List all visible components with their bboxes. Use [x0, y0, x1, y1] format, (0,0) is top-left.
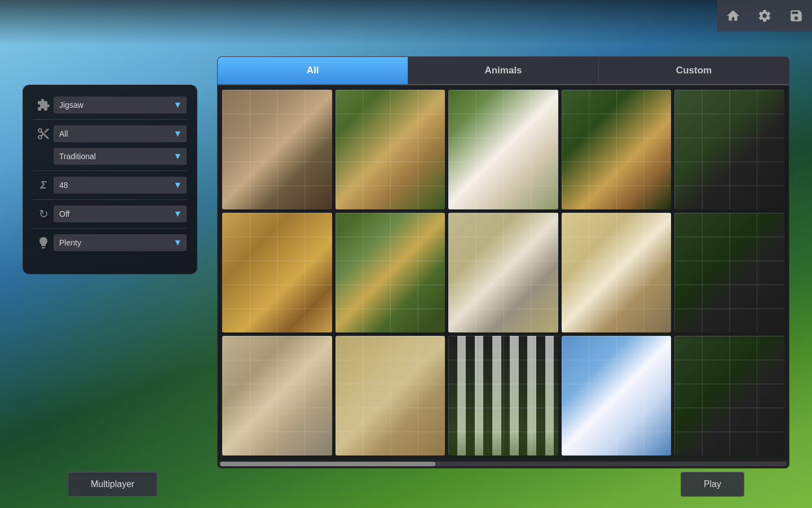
puzzle-overlay — [674, 90, 784, 209]
puzzle-item-seal[interactable] — [222, 336, 332, 456]
main-panel: All Animals Custom — [217, 56, 789, 468]
puzzle-item[interactable] — [336, 213, 445, 332]
puzzle-item[interactable] — [448, 90, 558, 209]
scroll-thumb[interactable] — [220, 462, 435, 466]
zebra-overlay — [448, 336, 558, 456]
rotation-select-wrap[interactable]: Off ▼ — [54, 205, 187, 222]
tab-custom[interactable]: Custom — [599, 57, 789, 84]
puzzle-overlay — [674, 213, 784, 332]
cut-style-select-wrap[interactable]: Traditional ▼ — [54, 148, 187, 165]
puzzle-icon — [33, 98, 54, 112]
rotation-select[interactable]: Off — [54, 205, 187, 222]
tab-all[interactable]: All — [218, 57, 408, 84]
piece-count-select-wrap[interactable]: 48 ▼ — [54, 177, 187, 194]
puzzle-item-partial2[interactable] — [674, 213, 784, 332]
play-button[interactable]: Play — [681, 472, 744, 497]
divider-3 — [33, 199, 187, 200]
puzzle-overlay — [448, 213, 558, 332]
cut-type-select[interactable]: All — [54, 125, 187, 142]
puzzle-item[interactable] — [336, 90, 445, 209]
hints-select-wrap[interactable]: Plenty ▼ — [54, 234, 187, 251]
puzzle-overlay — [336, 90, 445, 209]
multiplayer-button[interactable]: Multiplayer — [68, 472, 157, 497]
puzzle-item[interactable] — [222, 90, 332, 209]
puzzle-type-select[interactable]: Jigsaw — [54, 97, 187, 113]
hints-select[interactable]: Plenty — [54, 234, 187, 251]
settings-button[interactable] — [749, 0, 780, 32]
scroll-track[interactable] — [220, 462, 787, 466]
top-vignette — [0, 0, 812, 45]
puzzle-item[interactable] — [562, 213, 672, 332]
divider-4 — [33, 228, 187, 229]
puzzle-item[interactable] — [222, 213, 332, 332]
puzzle-overlay — [562, 336, 672, 456]
puzzle-item[interactable] — [448, 213, 558, 332]
puzzle-overlay — [222, 90, 332, 209]
tab-animals[interactable]: Animals — [408, 57, 599, 84]
piece-count-row: Σ 48 ▼ — [33, 177, 187, 194]
rotation-icon: ↻ — [33, 207, 54, 221]
hints-row: Plenty ▼ — [33, 234, 187, 251]
puzzle-type-select-wrap[interactable]: Jigsaw ▼ — [54, 97, 187, 113]
puzzle-overlay — [222, 213, 332, 332]
tab-bar: All Animals Custom — [218, 57, 789, 85]
bottom-bar: Multiplayer Play — [0, 472, 812, 497]
puzzle-overlay — [222, 336, 332, 456]
divider-2 — [33, 170, 187, 171]
puzzle-item-giraffe[interactable] — [562, 336, 672, 456]
sigma-icon: Σ — [33, 179, 54, 191]
puzzle-overlay — [336, 213, 445, 332]
scrollbar[interactable] — [218, 460, 789, 468]
cut-style-select[interactable]: Traditional — [54, 148, 187, 165]
puzzle-item-partial3[interactable] — [674, 336, 784, 456]
hint-icon — [33, 236, 54, 249]
scissors-icon — [33, 127, 54, 141]
puzzle-item-partial[interactable] — [674, 90, 784, 209]
cut-type-select-wrap[interactable]: All ▼ — [54, 125, 187, 142]
puzzle-type-row: Jigsaw ▼ — [33, 97, 187, 113]
puzzle-grid — [218, 85, 789, 460]
divider-1 — [33, 119, 187, 120]
settings-panel: Jigsaw ▼ All ▼ Traditional ▼ Σ — [23, 85, 197, 274]
piece-count-select[interactable]: 48 — [54, 177, 187, 194]
puzzle-overlay — [448, 90, 558, 209]
puzzle-overlay — [562, 213, 672, 332]
top-icon-bar — [717, 0, 812, 32]
puzzle-overlay — [562, 90, 672, 209]
puzzle-overlay — [336, 336, 445, 456]
home-button[interactable] — [717, 0, 749, 32]
puzzle-item[interactable] — [562, 90, 672, 209]
puzzle-item-zebra[interactable] — [448, 336, 558, 456]
puzzle-overlay — [674, 336, 784, 456]
rotation-row: ↻ Off ▼ — [33, 205, 187, 222]
cut-type-row: All ▼ — [33, 125, 187, 142]
cut-style-row: Traditional ▼ — [33, 148, 187, 165]
puzzle-item-lion[interactable] — [336, 336, 445, 456]
save-button[interactable] — [780, 0, 812, 32]
